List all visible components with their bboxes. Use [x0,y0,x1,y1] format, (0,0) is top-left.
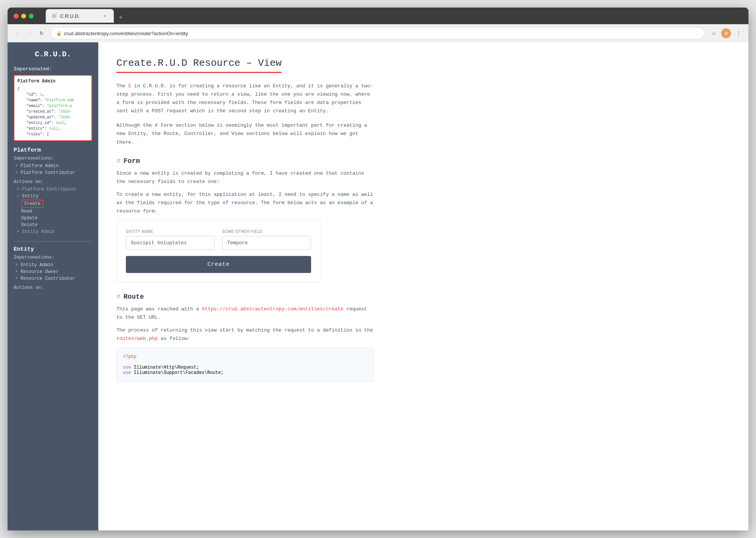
entity-name-group: ENTITY NAME [126,229,215,250]
c-highlight: C [128,83,131,89]
list-item[interactable]: Resource Owner [15,268,92,275]
form-row: ENTITY NAME SOME OTHER FIELD [126,229,311,250]
title-bar: C C.R.U.D. × + [8,8,748,24]
reload-button[interactable]: ↻ [36,28,47,39]
address-bar: ← → ↻ 🔒 crud.abstractentropy.com/entitie… [8,24,748,42]
impersonated-label: Impersonated: [14,66,92,72]
description-1: The C in C.R.U.D. is for creating a reso… [116,82,373,115]
menu-icon[interactable]: ⋮ [733,28,744,39]
delete-action[interactable]: Delete [21,222,92,228]
url-text: crud.abstractentropy.com/entities/create… [64,31,699,36]
page-title: Create.R.U.D Resource – View [116,57,282,73]
page-content: Create.R.U.D Resource – View The C in C.… [98,42,748,530]
active-tab[interactable]: C C.R.U.D. × [46,9,114,23]
route-desc-1: This page was reached with a https://cru… [116,305,373,322]
lock-icon: 🔒 [56,31,62,36]
platform-section: Platform Impersonations: Platform Admin … [14,147,92,235]
maximize-button[interactable] [29,14,34,19]
route-section-heading: # Route [116,293,730,301]
form-desc-1: Since a new entity is created by complet… [116,169,373,186]
entity-section: Entity Impersonations: Entity Admin Reso… [14,246,92,290]
sidebar: C.R.U.D. Impersonated: Platform Admin { … [8,42,98,530]
entity-name-input[interactable] [126,236,215,250]
minimize-button[interactable] [21,14,26,19]
code-block: <?php use Illuminate\Http\Request; use I… [116,348,373,382]
route-url-link[interactable]: https://crud.abstractentropy.com/entitie… [202,306,343,312]
impersonated-box-title: Platform Admin [17,79,88,84]
other-field-label: SOME OTHER FIELD [222,229,311,234]
code-line-1: <?php [123,354,367,360]
form-desc-2: To create a new entity, for this applica… [116,191,373,216]
list-item[interactable]: Entity Admin [15,262,92,268]
tab-close-button[interactable]: × [102,13,108,19]
tab-title: C.R.U.D. [60,13,99,19]
sidebar-title: C.R.U.D. [14,50,92,59]
entity-impersonations-label: Impersonations: [14,255,92,260]
description-2: Although the # Form section below is see… [116,121,373,146]
tab-bar: C C.R.U.D. × + [41,9,742,23]
other-field-group: SOME OTHER FIELD [222,229,311,250]
entity-sub-actions: Create Read Update Delete [15,200,92,228]
impersonated-box: Platform Admin { "id": 1, "name": "Platf… [14,75,92,141]
impersonations-sub-label: Impersonations: [14,156,92,161]
entity-actions-on-label: Actions on: [14,285,92,290]
forward-button[interactable]: → [24,28,35,39]
platform-impersonations-list: Platform Admin Platform Contributor [14,163,92,176]
nav-buttons: ← → ↻ [12,28,47,39]
list-item[interactable]: Resource Contributor [15,275,92,282]
code-line-2 [123,360,367,365]
entity-name-label: ENTITY NAME [126,229,215,234]
platform-section-title: Platform [14,147,92,153]
new-tab-icon: + [119,14,123,22]
new-tab-button[interactable]: + [115,12,126,23]
entity-form: ENTITY NAME SOME OTHER FIELD Create [116,220,321,282]
json-preview: { "id": 1, "name": "Platform Adm "email"… [17,86,88,137]
sidebar-divider [14,241,92,242]
form-hash: # [116,157,121,165]
entity-collapse[interactable]: – Entity [15,193,92,200]
platform-contributor-expand[interactable]: + Platform Contributor [15,186,92,193]
url-bar[interactable]: 🔒 crud.abstractentropy.com/entities/crea… [51,27,705,39]
create-button[interactable]: Create [126,256,311,273]
route-heading-text: Route [124,293,144,301]
read-action[interactable]: Read [21,208,92,215]
main-content: C.R.U.D. Impersonated: Platform Admin { … [8,42,748,530]
entity-admin-expand[interactable]: + Entity Admin [15,228,92,235]
list-item[interactable]: Platform Admin [15,163,92,169]
toolbar-icons: ☆ U ⋮ [708,28,744,39]
route-hash: # [116,293,121,301]
entity-impersonations-list: Entity Admin Resource Owner Resource Con… [14,262,92,282]
routes-file-link[interactable]: routes/web.php [116,336,158,341]
code-line-4: use Illuminate\Support\Facades\Route; [123,370,367,375]
actions-on-label: Actions on: [14,179,92,185]
form-heading-text: Form [124,157,140,165]
code-line-3: use Illuminate\Http\Request; [123,365,367,370]
browser-window: C C.R.U.D. × + ← → ↻ 🔒 crud.abstractentr… [8,8,748,530]
other-field-input[interactable] [222,236,311,250]
tab-favicon: C [52,13,57,19]
back-button[interactable]: ← [12,28,23,39]
close-button[interactable] [14,14,19,19]
list-item[interactable]: Platform Contributor [15,169,92,176]
window-controls [14,14,34,19]
get-highlight: GET [137,315,146,320]
user-avatar[interactable]: U [721,28,731,38]
platform-actions: + Platform Contributor – Entity Create R… [14,186,92,235]
update-action[interactable]: Update [21,215,92,222]
bookmark-icon[interactable]: ☆ [708,28,719,39]
create-action[interactable]: Create [21,200,43,208]
route-desc-2: The process of returning this view start… [116,326,373,343]
form-section-heading: # Form [116,157,730,165]
create-action-label: Create [21,200,43,208]
entity-section-title: Entity [14,246,92,253]
